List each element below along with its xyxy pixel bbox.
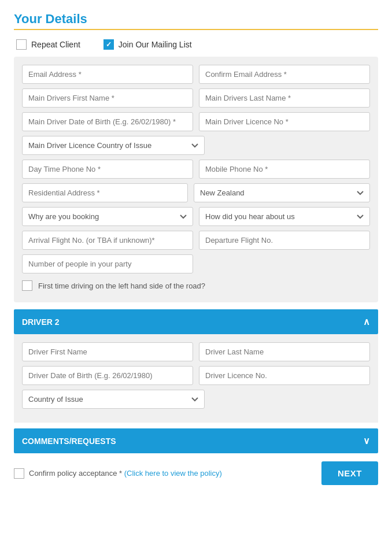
daytime-phone-input[interactable] [22, 160, 193, 179]
driver2-title: DRIVER 2 [22, 317, 60, 327]
booking-heard-row: Why are you booking Holiday Business Oth… [22, 207, 370, 226]
driver2-chevron-up-icon: ∧ [363, 316, 370, 327]
top-checks-row: Repeat Client Join Our Mailing List [14, 39, 378, 50]
phone-row [22, 160, 370, 179]
how-heard-select[interactable]: How did you hear about us Google Social … [199, 207, 370, 226]
driver2-header[interactable]: DRIVER 2 ∧ [14, 309, 378, 334]
last-name-input[interactable] [199, 88, 370, 108]
driver2-section: DRIVER 2 ∧ Country of Issue New Zealand … [14, 309, 378, 423]
first-name-input[interactable] [22, 88, 193, 108]
main-form-section: Main Driver Licence Country of Issue New… [14, 57, 378, 302]
licence-no-input[interactable] [199, 112, 370, 131]
name-row [22, 88, 370, 108]
repeat-client-label: Repeat Client [31, 40, 80, 49]
why-booking-select[interactable]: Why are you booking Holiday Business Oth… [22, 207, 193, 226]
country-select[interactable]: New Zealand Australia United Kingdom Uni… [194, 183, 370, 202]
address-country-row: New Zealand Australia United Kingdom Uni… [22, 183, 370, 202]
mailing-list-checkbox[interactable] [103, 39, 114, 50]
email-row [22, 65, 370, 84]
left-hand-checkbox[interactable] [22, 280, 32, 291]
mobile-phone-input[interactable] [199, 160, 370, 179]
policy-link[interactable]: (Click here to view the policy) [124, 469, 222, 478]
mailing-list-label: Join Our Mailing List [119, 40, 192, 49]
dob-input[interactable] [22, 112, 193, 131]
left-hand-row: First time driving on the left hand side… [22, 278, 370, 293]
comments-section: COMMENTS/REQUESTS ∨ [14, 428, 378, 453]
next-button[interactable]: NEXT [321, 461, 378, 485]
comments-header[interactable]: COMMENTS/REQUESTS ∨ [14, 428, 378, 453]
driver2-last-name-input[interactable] [199, 342, 370, 361]
driver2-country-row: Country of Issue New Zealand Australia U… [22, 390, 370, 409]
repeat-client-check-item: Repeat Client [16, 39, 80, 50]
page-title: Your Details [14, 12, 378, 27]
comments-title: COMMENTS/REQUESTS [22, 437, 116, 446]
confirm-policy-label: Confirm policy acceptance * (Click here … [29, 469, 222, 478]
driver2-content: Country of Issue New Zealand Australia U… [14, 334, 378, 423]
driver2-country-select[interactable]: Country of Issue New Zealand Australia U… [22, 390, 205, 409]
driver2-dob-input[interactable] [22, 366, 193, 385]
email-input[interactable] [22, 65, 193, 84]
party-row [22, 254, 370, 273]
comments-chevron-down-icon: ∨ [363, 435, 370, 446]
driver2-name-row [22, 342, 370, 361]
licence-country-row: Main Driver Licence Country of Issue New… [22, 136, 370, 155]
title-divider [14, 29, 378, 30]
driver2-licence-input[interactable] [199, 366, 370, 385]
repeat-client-checkbox[interactable] [16, 39, 27, 50]
left-hand-label: First time driving on the left hand side… [38, 282, 205, 290]
arrival-flight-input[interactable] [22, 231, 193, 250]
driver2-dob-row [22, 366, 370, 385]
residential-address-input[interactable] [22, 183, 188, 202]
flight-row [22, 231, 370, 250]
policy-checkbox[interactable] [14, 468, 24, 479]
confirm-email-input[interactable] [199, 65, 370, 84]
bottom-bar: Confirm policy acceptance * (Click here … [14, 461, 378, 485]
dob-licence-row [22, 112, 370, 131]
driver2-first-name-input[interactable] [22, 342, 193, 361]
policy-check-area: Confirm policy acceptance * (Click here … [14, 468, 222, 479]
departure-flight-input[interactable] [199, 231, 370, 250]
party-number-input[interactable] [22, 254, 193, 273]
mailing-list-check-item: Join Our Mailing List [103, 39, 192, 50]
licence-country-select[interactable]: Main Driver Licence Country of Issue New… [22, 136, 205, 155]
